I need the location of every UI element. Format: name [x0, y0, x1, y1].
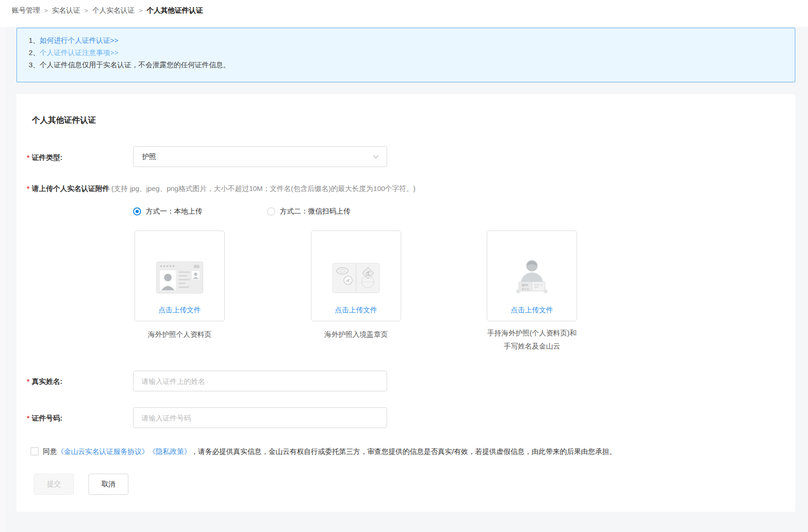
- upload-slot-entry-stamp-page[interactable]: 点击上传文件: [311, 230, 401, 321]
- notice-link-how-to-authenticate[interactable]: 如何进行个人证件认证>>: [40, 36, 119, 44]
- notice-line-3: 3、个人证件信息仅用于实名认证，不会泄露您的任何证件信息。: [29, 59, 785, 71]
- radio-wechat-scan-upload[interactable]: 方式二：微信扫码上传: [267, 207, 350, 216]
- cert-type-select[interactable]: 护照: [133, 146, 387, 167]
- radio-wechat-upload-label: 方式二：微信扫码上传: [280, 207, 350, 216]
- upload-attachment-label: *请上传个人实名认证附件(支持 jpg、jpeg、png格式图片，大小不超过10…: [27, 184, 416, 193]
- breadcrumb-separator: >: [44, 7, 48, 14]
- form-card: 个人其他证件认证 *证件类型: 护照 *请上传个人实名认证附件(支持 jpg、j…: [16, 94, 795, 512]
- agreement-row: 同意《金山云实名认证服务协议》《隐私政策》，请务必提供真实信息，金山云有权自行或…: [31, 447, 616, 456]
- notice-line-2: 2、个人证件认证注意事项>>: [29, 47, 785, 59]
- upload-format-hint: (支持 jpg、jpeg、png格式图片，大小不超过10M；文件名(包含后缀名)…: [111, 184, 416, 192]
- notice-number: 3、: [29, 61, 40, 69]
- illustration-sample-brand: 金山云: [522, 287, 530, 290]
- person-holding-passport-illustration-icon: 张XX 金山云: [507, 258, 556, 297]
- notice-privacy-statement: 个人证件信息仅用于实名认证，不会泄露您的任何证件信息。: [40, 61, 230, 69]
- breadcrumb-item-account-management[interactable]: 账号管理: [12, 6, 40, 15]
- breadcrumb-item-current-page: 个人其他证件认证: [147, 6, 203, 15]
- upload-file-link[interactable]: 点击上传文件: [487, 306, 577, 315]
- breadcrumb-item-realname-auth[interactable]: 实名认证: [52, 6, 80, 15]
- upload-slot-holding-passport[interactable]: 张XX 金山云 点击上传文件: [487, 230, 577, 321]
- cert-type-label: *证件类型:: [27, 153, 63, 162]
- submit-button[interactable]: 提交: [34, 474, 74, 495]
- privacy-policy-link[interactable]: 《隐私政策》: [149, 447, 191, 455]
- upload-caption-holding-passport: 手持海外护照(个人资料页)和 手写姓名及金山云: [461, 326, 602, 353]
- breadcrumb-separator: >: [85, 7, 88, 14]
- breadcrumb-item-personal-realname-auth[interactable]: 个人实名认证: [92, 6, 135, 15]
- required-marker: *: [27, 414, 30, 422]
- page: 账号管理 > 实名认证 > 个人实名认证 > 个人其他证件认证 1、如何进行个人…: [0, 0, 808, 532]
- upload-file-link[interactable]: 点击上传文件: [135, 306, 224, 315]
- required-marker: *: [27, 153, 30, 161]
- upload-caption-line-1: 手持海外护照(个人资料页)和: [461, 326, 602, 340]
- page-title: 个人其他证件认证: [32, 115, 96, 126]
- service-agreement-link[interactable]: 《金山云实名认证服务协议》: [57, 447, 149, 455]
- real-name-label: *真实姓名:: [27, 377, 63, 386]
- notice-number: 2、: [29, 48, 40, 56]
- notice-line-1: 1、如何进行个人证件认证>>: [29, 34, 785, 47]
- cert-type-selected-value: 护照: [142, 152, 156, 161]
- notice-number: 1、: [29, 36, 40, 44]
- upload-caption-passport-data-page: 海外护照个人资料页: [109, 328, 250, 341]
- upload-caption-line-2: 手写姓名及金山云: [461, 340, 602, 353]
- required-marker: *: [27, 377, 30, 385]
- real-name-input[interactable]: [133, 371, 387, 391]
- agreement-text: 同意《金山云实名认证服务协议》《隐私政策》，请务必提供真实信息，金山云有权自行或…: [43, 447, 616, 456]
- breadcrumb-bar: 账号管理 > 实名认证 > 个人实名认证 > 个人其他证件认证: [0, 0, 808, 27]
- breadcrumb: 账号管理 > 实名认证 > 个人实名认证 > 个人其他证件认证: [12, 0, 203, 21]
- radio-unselected-icon[interactable]: [267, 207, 275, 215]
- chevron-down-icon: [372, 153, 379, 160]
- left-gutter: [0, 27, 6, 532]
- cancel-button[interactable]: 取消: [88, 474, 128, 495]
- id-card-illustration-icon: [156, 262, 203, 294]
- cert-number-input[interactable]: [133, 407, 387, 428]
- notice-link-attention-items[interactable]: 个人证件认证注意事项>>: [40, 48, 119, 56]
- agreement-checkbox[interactable]: [31, 447, 39, 455]
- cert-number-label: *证件号码:: [27, 414, 63, 423]
- notice-box: 1、如何进行个人证件认证>> 2、个人证件认证注意事项>> 3、个人证件信息仅用…: [16, 28, 795, 82]
- breadcrumb-separator: >: [139, 7, 143, 14]
- radio-selected-icon[interactable]: [133, 207, 141, 215]
- passport-stamps-illustration-icon: [333, 263, 380, 293]
- required-marker: *: [27, 184, 30, 192]
- upload-caption-entry-stamp-page: 海外护照入境盖章页: [285, 328, 427, 341]
- upload-slot-passport-data-page[interactable]: 点击上传文件: [135, 230, 225, 321]
- radio-local-upload-label: 方式一：本地上传: [146, 207, 202, 216]
- radio-local-upload[interactable]: 方式一：本地上传: [133, 207, 202, 216]
- upload-file-link[interactable]: 点击上传文件: [311, 306, 401, 315]
- illustration-sample-name: 张XX: [522, 284, 528, 287]
